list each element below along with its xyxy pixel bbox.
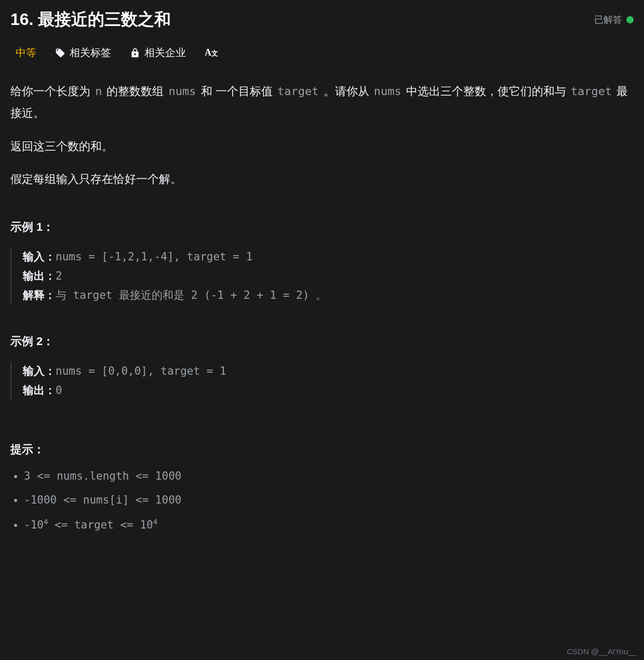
tabs-row: 中等 相关标签 相关企业 A文	[10, 46, 634, 60]
description-p2: 返回这三个数的和。	[10, 136, 634, 157]
hints-title: 提示：	[10, 442, 634, 457]
companies-tab[interactable]: 相关企业	[130, 46, 186, 60]
constraint-item: -104 <= target <= 104	[24, 518, 634, 531]
code-n: n	[93, 85, 103, 98]
check-circle-icon	[626, 16, 634, 23]
example2-title: 示例 2：	[10, 334, 634, 349]
solved-label: 已解答	[594, 14, 622, 26]
tags-tab[interactable]: 相关标签	[55, 46, 111, 60]
tag-icon	[55, 48, 65, 58]
code-target: target	[276, 85, 320, 98]
code-nums: nums	[167, 85, 198, 98]
constraint-item: -1000 <= nums[i] <= 1000	[24, 494, 634, 506]
difficulty-tab[interactable]: 中等	[16, 46, 36, 60]
example1-title: 示例 1：	[10, 219, 634, 235]
code-target2: target	[569, 85, 613, 98]
constraint-item: 3 <= nums.length <= 1000	[24, 470, 634, 482]
code-nums2: nums	[372, 85, 403, 98]
constraints-list: 3 <= nums.length <= 1000 -1000 <= nums[i…	[10, 470, 634, 531]
lock-icon	[130, 48, 140, 58]
example1: 输入：nums = [-1,2,1,-4], target = 1 输出：2 解…	[10, 247, 634, 305]
translate-tab[interactable]: A文	[205, 47, 218, 58]
header: 16. 最接近的三数之和 已解答	[10, 8, 634, 31]
translate-icon: A文	[205, 47, 218, 58]
example2: 输入：nums = [0,0,0], target = 1 输出：0	[10, 362, 634, 400]
watermark: CSDN @__AtYou__	[567, 647, 637, 656]
description-p1: 给你一个长度为 n 的整数数组 nums 和 一个目标值 target 。请你从…	[10, 81, 634, 124]
description-p3: 假定每组输入只存在恰好一个解。	[10, 168, 634, 190]
solved-status: 已解答	[594, 14, 634, 26]
problem-title: 16. 最接近的三数之和	[10, 8, 171, 31]
